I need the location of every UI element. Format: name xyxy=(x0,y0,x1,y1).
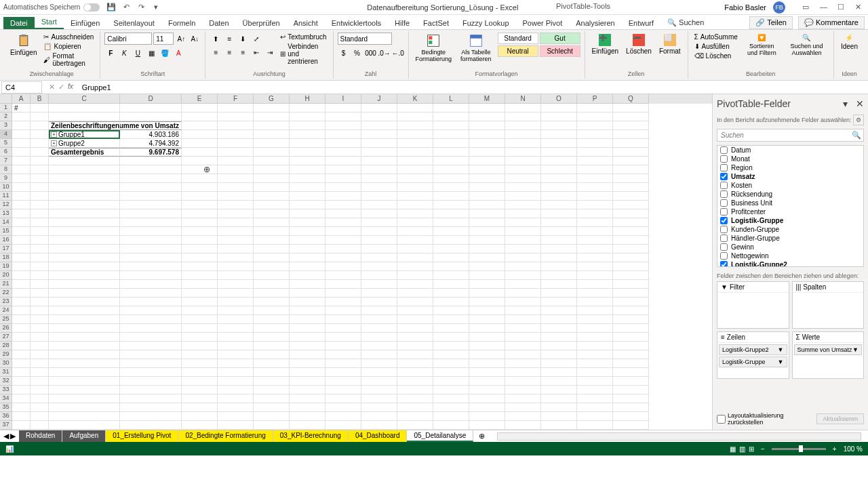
tab-data[interactable]: Daten xyxy=(202,17,235,29)
cell[interactable] xyxy=(505,192,541,201)
cell[interactable]: Gesamtergebnis xyxy=(49,148,120,157)
cell[interactable] xyxy=(182,157,218,165)
cell[interactable] xyxy=(433,324,469,333)
italic-button[interactable]: K xyxy=(118,47,130,59)
cell[interactable] xyxy=(326,394,361,403)
cell[interactable] xyxy=(505,421,541,430)
cell[interactable] xyxy=(613,306,649,315)
cell[interactable] xyxy=(361,350,397,359)
cell[interactable] xyxy=(254,130,290,139)
cell[interactable] xyxy=(505,386,541,394)
cell[interactable] xyxy=(505,262,541,271)
cell[interactable] xyxy=(541,227,577,236)
field-checkbox[interactable] xyxy=(720,155,728,163)
cut-button[interactable]: ✂ Ausschneiden xyxy=(41,33,96,41)
cell[interactable] xyxy=(49,333,120,342)
cell[interactable] xyxy=(31,333,49,342)
cell[interactable] xyxy=(397,174,433,183)
cell[interactable] xyxy=(31,113,49,121)
cell[interactable] xyxy=(290,245,326,253)
cell[interactable] xyxy=(12,174,31,183)
field-item[interactable]: Kosten xyxy=(717,181,863,190)
cell[interactable] xyxy=(469,280,505,289)
orientation-icon[interactable]: ⤢ xyxy=(250,33,262,45)
clear-button[interactable]: ⌫ Löschen xyxy=(692,52,740,60)
cell[interactable] xyxy=(433,298,469,306)
bold-button[interactable]: F xyxy=(104,47,117,59)
cell[interactable] xyxy=(49,421,120,430)
field-checkbox[interactable] xyxy=(720,226,728,233)
cell[interactable] xyxy=(577,394,613,403)
cell[interactable] xyxy=(613,121,649,130)
minimize-icon[interactable]: — xyxy=(820,3,829,12)
cell[interactable] xyxy=(577,201,613,209)
row-header-10[interactable]: 10 xyxy=(0,183,12,192)
cell[interactable] xyxy=(613,368,649,377)
sort-filter-button[interactable]: 🔽Sortieren und Filtern xyxy=(742,33,782,58)
cell[interactable] xyxy=(326,412,361,421)
col-header-M[interactable]: M xyxy=(469,94,505,104)
cell[interactable] xyxy=(361,104,397,113)
cell[interactable] xyxy=(218,350,254,359)
cell[interactable] xyxy=(290,236,326,245)
cell[interactable] xyxy=(326,104,361,113)
cell[interactable] xyxy=(326,298,361,306)
cell[interactable] xyxy=(254,271,290,280)
cell[interactable] xyxy=(469,271,505,280)
cell[interactable] xyxy=(613,412,649,421)
cell[interactable] xyxy=(397,289,433,298)
cell[interactable] xyxy=(505,394,541,403)
cell[interactable] xyxy=(254,324,290,333)
cell[interactable] xyxy=(577,227,613,236)
cell[interactable] xyxy=(31,253,49,262)
cell[interactable] xyxy=(397,333,433,342)
cell[interactable] xyxy=(182,350,218,359)
cell[interactable] xyxy=(326,121,361,130)
search-box[interactable]: 🔍 Suchen xyxy=(660,16,711,29)
cell[interactable]: +Gruppe1 xyxy=(49,130,120,139)
row-header-21[interactable]: 21 xyxy=(0,280,12,289)
cell[interactable] xyxy=(613,342,649,350)
sheet-nav-prev-icon[interactable]: ◀ xyxy=(3,432,9,441)
cell[interactable] xyxy=(469,148,505,157)
cell[interactable] xyxy=(505,183,541,192)
cell[interactable] xyxy=(613,324,649,333)
zoom-in-icon[interactable]: + xyxy=(833,445,837,453)
cell[interactable] xyxy=(397,113,433,121)
cell[interactable] xyxy=(577,192,613,201)
cell[interactable] xyxy=(613,236,649,245)
cell[interactable] xyxy=(577,403,613,412)
cell[interactable] xyxy=(469,394,505,403)
cell[interactable] xyxy=(361,403,397,412)
cell[interactable] xyxy=(433,403,469,412)
cell[interactable] xyxy=(541,218,577,227)
cell[interactable] xyxy=(49,165,120,174)
cell[interactable] xyxy=(361,333,397,342)
cell[interactable] xyxy=(541,324,577,333)
cell[interactable] xyxy=(290,342,326,350)
cell[interactable] xyxy=(613,350,649,359)
cell[interactable] xyxy=(613,201,649,209)
cell[interactable] xyxy=(361,148,397,157)
cell[interactable] xyxy=(120,421,182,430)
cell[interactable] xyxy=(433,253,469,262)
cell[interactable] xyxy=(326,165,361,174)
cell[interactable] xyxy=(469,192,505,201)
row-header-13[interactable]: 13 xyxy=(0,209,12,218)
cell[interactable] xyxy=(397,253,433,262)
cell[interactable] xyxy=(541,192,577,201)
cell[interactable] xyxy=(254,139,290,148)
cell[interactable] xyxy=(254,262,290,271)
cell[interactable] xyxy=(254,368,290,377)
cell[interactable] xyxy=(182,174,218,183)
cell[interactable] xyxy=(469,359,505,368)
cell[interactable]: 9.697.578 xyxy=(120,148,182,157)
cell[interactable] xyxy=(182,333,218,342)
field-list[interactable]: DatumMonatRegionUmsatzKostenRücksendungB… xyxy=(717,145,864,267)
cell[interactable] xyxy=(613,130,649,139)
cell[interactable] xyxy=(218,148,254,157)
field-checkbox[interactable] xyxy=(720,190,728,198)
cell[interactable] xyxy=(505,333,541,342)
conditional-formatting-button[interactable]: Bedingte Formatierung xyxy=(413,33,455,64)
cell[interactable] xyxy=(218,130,254,139)
